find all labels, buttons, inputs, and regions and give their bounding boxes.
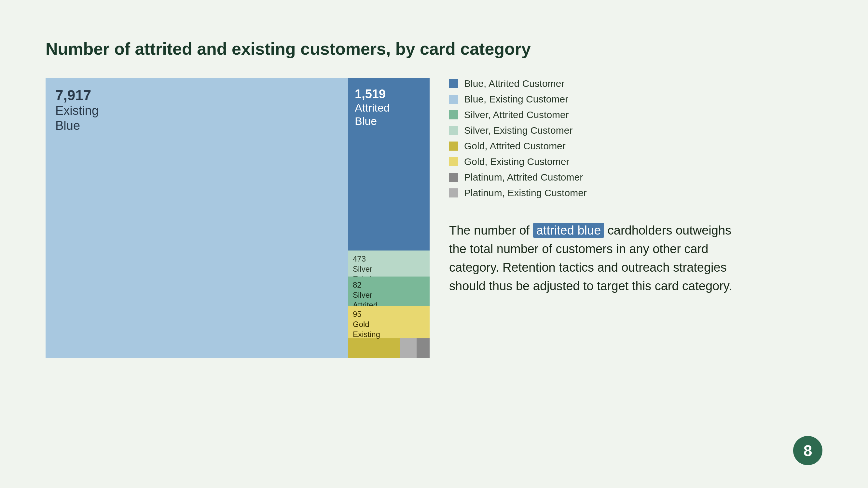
insight-text: The number of attrited blue cardholders … [449, 221, 742, 295]
treemap: 7,917 Existing Blue 1,519 Attrited Blue [45, 78, 430, 358]
legend-label-0: Blue, Attrited Customer [464, 78, 564, 89]
block-platinum-existing [400, 338, 416, 358]
legend-swatch-6 [449, 173, 458, 182]
block-blue-attrited: 1,519 Attrited Blue [348, 78, 430, 251]
right-panel: Blue, Attrited Customer Blue, Existing C… [449, 78, 823, 462]
legend-label-2: Silver, Attrited Customer [464, 109, 569, 120]
legend: Blue, Attrited Customer Blue, Existing C… [449, 78, 823, 198]
legend-label-3: Silver, Existing Customer [464, 125, 572, 136]
legend-item-6: Platinum, Attrited Customer [449, 172, 823, 183]
block-gold-existing: 95GoldExisting [348, 306, 430, 338]
gold-existing-text: 95GoldExisting [353, 309, 425, 340]
legend-swatch-3 [449, 126, 458, 135]
legend-item-7: Platinum, Existing Customer [449, 187, 823, 198]
legend-label-7: Platinum, Existing Customer [464, 187, 587, 198]
chart-area: 7,917 Existing Blue 1,519 Attrited Blue [45, 78, 430, 462]
block-blue-existing: 7,917 Existing Blue [45, 78, 348, 358]
blue-existing-number: 7,917 [55, 87, 339, 103]
blue-existing-label: Existing Blue [55, 103, 339, 133]
legend-label-1: Blue, Existing Customer [464, 94, 568, 105]
page-container: Number of attrited and existing customer… [0, 0, 868, 488]
legend-label-4: Gold, Attrited Customer [464, 140, 566, 152]
legend-item-3: Silver, Existing Customer [449, 125, 823, 136]
legend-swatch-1 [449, 95, 458, 104]
legend-label-5: Gold, Existing Customer [464, 156, 569, 167]
right-column: 1,519 Attrited Blue 473SilverExisting 82… [348, 78, 430, 358]
block-silver-attrited: 82SilverAttrited [348, 276, 430, 306]
legend-item-4: Gold, Attrited Customer [449, 140, 823, 152]
legend-item-2: Silver, Attrited Customer [449, 109, 823, 120]
small-blocks-row [348, 338, 430, 358]
page-title: Number of attrited and existing customer… [45, 39, 823, 59]
legend-swatch-5 [449, 157, 458, 166]
legend-swatch-7 [449, 188, 458, 197]
legend-swatch-2 [449, 110, 458, 120]
legend-swatch-4 [449, 141, 458, 151]
block-silver-existing: 473SilverExisting [348, 251, 430, 276]
legend-label-6: Platinum, Attrited Customer [464, 172, 583, 183]
legend-item-5: Gold, Existing Customer [449, 156, 823, 167]
legend-item-1: Blue, Existing Customer [449, 94, 823, 105]
block-platinum-attrited [416, 338, 430, 358]
blue-attrited-label: Attrited Blue [355, 101, 423, 128]
legend-item-0: Blue, Attrited Customer [449, 78, 823, 89]
content-row: 7,917 Existing Blue 1,519 Attrited Blue [45, 78, 823, 462]
block-gold-attrited [348, 338, 400, 358]
page-number-badge: 8 [793, 436, 823, 465]
blue-attrited-number: 1,519 [355, 87, 423, 101]
insight-prefix: The number of [449, 224, 533, 237]
legend-swatch-0 [449, 79, 458, 88]
insight-highlight: attrited blue [533, 223, 604, 238]
